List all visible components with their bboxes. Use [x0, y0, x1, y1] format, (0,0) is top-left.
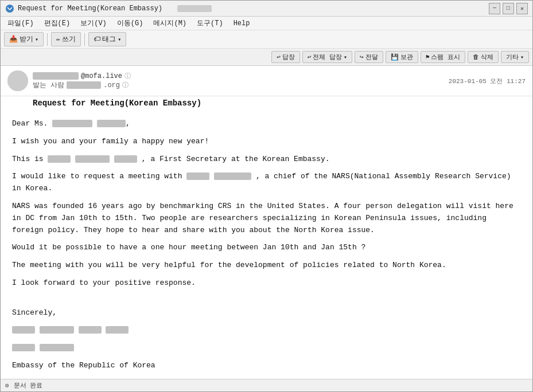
helpful-line: The meeting with you will be very helpfu…	[12, 260, 521, 272]
spam-label: 스팸 표시	[431, 53, 460, 61]
svg-point-0	[6, 5, 14, 13]
write-button[interactable]: ✏️ 쓰기	[51, 32, 81, 46]
toolbar: 📥 받기 ✏️ 쓰기 🏷 태그	[1, 30, 532, 49]
to-address-redacted	[67, 81, 101, 89]
from-name-redacted	[33, 72, 79, 80]
sig-name4	[106, 326, 129, 334]
more-button[interactable]: 기타	[501, 51, 529, 63]
window-controls[interactable]: ─ □ ✕	[489, 3, 528, 14]
get-mail-label: 받기	[20, 34, 33, 44]
tag-button[interactable]: 🏷 태그	[88, 32, 126, 46]
sig-name2	[40, 326, 74, 334]
nars-para: NARS was founded 16 years ago by benchma…	[12, 201, 521, 236]
title-bar: Request for Meeting(Korean Embassy) ─ □ …	[1, 1, 532, 17]
maximize-button[interactable]: □	[503, 3, 514, 14]
request-line: I would like to request a meeting with ,…	[12, 171, 521, 195]
toolbar-separator-2	[84, 33, 85, 46]
reply-all-dropdown[interactable]	[344, 54, 347, 61]
sig-name3	[79, 326, 102, 334]
sig-title1	[12, 344, 35, 351]
sender-avatar	[7, 70, 28, 91]
delete-button[interactable]: 🗑 삭제	[468, 51, 499, 63]
write-icon: ✏️	[56, 35, 60, 44]
app-icon	[5, 4, 14, 13]
menu-bar: 파일(F) 편집(E) 보기(V) 이동(G) 메시지(M) 도구(T) Hel…	[1, 17, 532, 30]
recipient-name-redacted	[52, 120, 92, 127]
menu-view[interactable]: 보기(V)	[76, 17, 111, 29]
from-info: @mofa.live ⓘ 발는 사람 .org ⓘ	[7, 70, 131, 91]
sender-name2-redacted	[75, 155, 110, 163]
to-domain: .org	[103, 81, 120, 89]
reply-all-label: 전체 답장	[313, 53, 342, 61]
reply-all-button[interactable]: ↩ 전체 답장	[302, 51, 352, 63]
email-body: Dear Ms. , I wish you and your family a …	[1, 111, 532, 379]
email-meta: @mofa.live ⓘ 발는 사람 .org ⓘ	[33, 72, 131, 90]
forward-look: I look forward to your positive response…	[12, 277, 521, 289]
forward-button[interactable]: ↪ 전달	[355, 51, 383, 63]
from-row: @mofa.live ⓘ 발는 사람 .org ⓘ 2023-01-05 오전 …	[7, 70, 526, 91]
more-dropdown-icon[interactable]	[520, 54, 524, 61]
delete-icon: 🗑	[473, 53, 479, 61]
save-label: 보관	[400, 53, 413, 61]
closing-line: Sincerely,	[12, 295, 521, 319]
sig-name1	[12, 326, 35, 334]
window-title: Request for Meeting(Korean Embassy)	[18, 5, 162, 13]
menu-help[interactable]: Help	[229, 18, 255, 29]
tag-dropdown-icon[interactable]	[118, 36, 121, 44]
forward-icon: ↪	[360, 53, 364, 61]
menu-edit[interactable]: 편집(E)	[40, 17, 75, 29]
sender-name1-redacted	[48, 155, 71, 163]
reply-button[interactable]: ↩ 답장	[271, 51, 300, 63]
tag-icon: 🏷	[94, 35, 100, 44]
delete-label: 삭제	[481, 53, 493, 61]
chief-name2-redacted	[214, 173, 251, 180]
intro-line: This is , a First Secretary at the Korea…	[12, 154, 521, 166]
menu-message[interactable]: 메시지(M)	[149, 17, 191, 29]
from-verify-icon: ⓘ	[125, 72, 131, 80]
more-label: 기타	[506, 53, 519, 61]
action-bar: ↩ 답장 ↩ 전체 답장 ↪ 전달 💾 보관 ⚑ 스팸 표시 🗑 삭제 기타	[1, 49, 532, 66]
title-left: Request for Meeting(Korean Embassy)	[5, 4, 212, 13]
salutation-line: Dear Ms. ,	[12, 118, 521, 130]
salutation: Dear Ms.	[12, 119, 48, 128]
minimize-button[interactable]: ─	[489, 3, 500, 14]
reply-label: 답장	[282, 53, 295, 61]
from-domain: @mofa.live	[81, 72, 122, 80]
toolbar-separator-1	[47, 33, 48, 46]
to-label: 발는 사람	[33, 80, 64, 90]
chief-name1-redacted	[186, 173, 209, 180]
org-line: Embassy of the Republic of Korea	[12, 360, 521, 372]
from-address: @mofa.live ⓘ	[33, 72, 131, 80]
email-header: @mofa.live ⓘ 발는 사람 .org ⓘ 2023-01-05 오전 …	[1, 66, 532, 96]
main-window: Request for Meeting(Korean Embassy) ─ □ …	[0, 0, 533, 392]
status-bar: ⊙ 문서 완료	[1, 379, 532, 391]
menu-file[interactable]: 파일(F)	[3, 17, 38, 29]
close-button[interactable]: ✕	[516, 3, 528, 14]
menu-tools[interactable]: 도구(T)	[192, 17, 228, 29]
email-datetime: 2023-01-05 오전 11:27	[449, 77, 526, 85]
email-subject: Request for Meeting(Korean Embassy)	[1, 96, 532, 111]
get-mail-button[interactable]: 📥 받기	[4, 32, 44, 46]
status-icon: ⊙	[5, 382, 9, 389]
sender-name3-redacted	[114, 155, 137, 163]
status-text: 문서 완료	[14, 381, 43, 390]
spam-button[interactable]: ⚑ 스팸 표시	[421, 51, 465, 63]
sender-sig-line2	[12, 342, 521, 354]
tag-label: 태그	[102, 34, 116, 44]
avatar-redacted	[7, 70, 28, 91]
sig-title2	[40, 344, 74, 351]
meeting-request: Would it be possible to have a one hour …	[12, 242, 521, 254]
get-mail-dropdown-icon[interactable]	[35, 36, 38, 44]
sender-sig-line1	[12, 324, 521, 336]
save-button[interactable]: 💾 보관	[386, 51, 418, 63]
save-icon: 💾	[391, 53, 399, 61]
reply-icon: ↩	[277, 53, 281, 61]
to-verify-icon: ⓘ	[122, 81, 129, 89]
greeting-line: I wish you and your family a happy new y…	[12, 136, 521, 148]
get-mail-icon: 📥	[9, 35, 18, 44]
spam-icon: ⚑	[426, 53, 430, 61]
recipient-title-redacted	[97, 120, 126, 127]
to-row: 발는 사람 .org ⓘ	[33, 80, 131, 90]
menu-go[interactable]: 이동(G)	[112, 17, 148, 29]
reply-all-icon: ↩	[308, 53, 312, 61]
